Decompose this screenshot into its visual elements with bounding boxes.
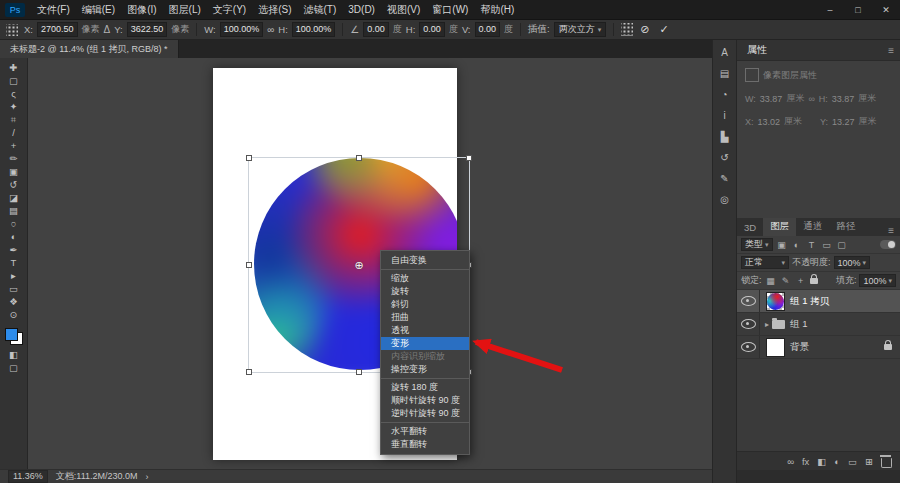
character-panel-icon[interactable]: A bbox=[716, 46, 734, 60]
brush-tool[interactable]: ✏ bbox=[2, 152, 26, 165]
notes-panel-icon[interactable]: ✎ bbox=[716, 172, 734, 186]
lock-transparency-icon[interactable]: ▦ bbox=[765, 276, 777, 286]
prop-h-value[interactable]: 33.87 bbox=[832, 94, 855, 104]
transform-center-point-icon[interactable]: ⊕ bbox=[354, 259, 363, 272]
context-menu-item-warp[interactable]: 变形 bbox=[381, 337, 469, 350]
transform-handle-n[interactable] bbox=[356, 155, 362, 161]
tab-properties[interactable]: 属性 bbox=[737, 43, 777, 57]
info-panel-icon[interactable]: i bbox=[716, 109, 734, 123]
menu-select[interactable]: 选择(S) bbox=[252, 0, 297, 20]
move-tool[interactable]: ✚ bbox=[2, 61, 26, 74]
crop-tool[interactable]: ⌗ bbox=[2, 113, 26, 126]
layer-name[interactable]: 组 1 bbox=[790, 318, 807, 331]
transform-handle-sw[interactable] bbox=[246, 369, 252, 375]
menu-layer[interactable]: 图层(L) bbox=[163, 0, 207, 20]
context-menu-item-perspective[interactable]: 透视 bbox=[381, 324, 469, 337]
tab-layers[interactable]: 图层 bbox=[763, 218, 796, 236]
transform-handle-w[interactable] bbox=[246, 262, 252, 268]
libraries-panel-icon[interactable]: ▤ bbox=[716, 67, 734, 81]
filter-type-layers-icon[interactable]: T bbox=[806, 240, 818, 250]
canvas-area[interactable]: ⊕ 自由变换 缩放 旋转 斜切 扭曲 透视 变形 内容识别缩放 操控变形 旋转 … bbox=[28, 58, 712, 469]
h-skew-input[interactable]: 0.00 bbox=[419, 22, 445, 37]
quick-mask-mode-button[interactable]: ◧ bbox=[2, 348, 26, 361]
height-scale-input[interactable]: 100.00% bbox=[292, 22, 336, 37]
group-expander-icon[interactable]: ▸ bbox=[765, 320, 769, 329]
context-menu-item-rotate-90-ccw[interactable]: 逆时针旋转 90 度 bbox=[381, 407, 469, 420]
blur-tool[interactable]: ○ bbox=[2, 217, 26, 230]
add-layer-mask-icon[interactable]: ◧ bbox=[817, 456, 826, 467]
fill-select[interactable]: 100% ▾ bbox=[859, 274, 896, 287]
lock-pixels-icon[interactable]: ✎ bbox=[780, 276, 792, 286]
y-position-input[interactable]: 3622.50 bbox=[127, 22, 168, 37]
path-selection-tool[interactable]: ▸ bbox=[2, 269, 26, 282]
context-menu-item-distort[interactable]: 扭曲 bbox=[381, 311, 469, 324]
transform-handle-s[interactable] bbox=[356, 369, 362, 375]
document-tab[interactable]: 未标题-2 @ 11.4% (组 1 拷贝, RGB/8) * bbox=[0, 40, 179, 58]
cancel-transform-button[interactable]: ⊘ bbox=[637, 23, 652, 36]
histogram-panel-icon[interactable]: ▙ bbox=[716, 130, 734, 144]
context-menu-item-flip-horizontal[interactable]: 水平翻转 bbox=[381, 425, 469, 438]
history-brush-tool[interactable]: ↺ bbox=[2, 178, 26, 191]
menu-filter[interactable]: 滤镜(T) bbox=[298, 0, 343, 20]
close-button[interactable]: ✕ bbox=[872, 0, 900, 20]
context-menu-item-flip-vertical[interactable]: 垂直翻转 bbox=[381, 438, 469, 451]
warp-mode-toggle-icon[interactable] bbox=[621, 23, 633, 36]
zoom-tool[interactable]: ⊙ bbox=[2, 308, 26, 321]
eraser-tool[interactable]: ◪ bbox=[2, 191, 26, 204]
reference-point-icon[interactable] bbox=[6, 24, 18, 36]
layer-thumbnail[interactable] bbox=[766, 292, 785, 311]
zoom-level-field[interactable]: 11.36% bbox=[8, 470, 48, 483]
filter-adjustment-layers-icon[interactable]: ◐ bbox=[791, 240, 803, 250]
dodge-tool[interactable]: ◐ bbox=[2, 230, 26, 243]
prop-w-value[interactable]: 33.87 bbox=[760, 94, 783, 104]
layer-row-group-1[interactable]: ▸ 组 1 bbox=[737, 313, 900, 336]
new-layer-icon[interactable]: ⊞ bbox=[865, 456, 873, 467]
width-scale-input[interactable]: 100.00% bbox=[220, 22, 264, 37]
v-skew-input[interactable]: 0.00 bbox=[475, 22, 501, 37]
adjustment-layer-icon[interactable]: ◐ bbox=[834, 456, 840, 467]
visibility-eye-icon[interactable] bbox=[741, 296, 756, 306]
context-menu-item-free-transform[interactable]: 自由变换 bbox=[381, 254, 469, 267]
menu-3d[interactable]: 3D(D) bbox=[342, 0, 381, 20]
status-flyout-chevron-icon[interactable]: › bbox=[146, 472, 149, 482]
layer-row-group-1-copy[interactable]: 组 1 拷贝 bbox=[737, 290, 900, 313]
context-menu-item-skew[interactable]: 斜切 bbox=[381, 298, 469, 311]
menu-file[interactable]: 文件(F) bbox=[31, 0, 76, 20]
context-menu-item-scale[interactable]: 缩放 bbox=[381, 272, 469, 285]
gradient-tool[interactable]: ▤ bbox=[2, 204, 26, 217]
minimize-button[interactable]: – bbox=[816, 0, 844, 20]
maximize-button[interactable]: □ bbox=[844, 0, 872, 20]
clone-stamp-tool[interactable]: ▣ bbox=[2, 165, 26, 178]
relative-position-icon[interactable]: Δ bbox=[104, 24, 111, 35]
rotate-angle-input[interactable]: 0.00 bbox=[363, 22, 389, 37]
lasso-tool[interactable]: ς bbox=[2, 87, 26, 100]
link-dimensions-icon[interactable]: ∞ bbox=[267, 24, 274, 35]
blend-mode-select[interactable]: 正常 ▾ bbox=[741, 256, 789, 269]
pen-tool[interactable]: ✒ bbox=[2, 243, 26, 256]
link-wh-icon[interactable]: ∞ bbox=[808, 94, 814, 104]
layer-filter-type-select[interactable]: 类型 ▾ bbox=[741, 238, 773, 251]
eyedropper-tool[interactable]: / bbox=[2, 126, 26, 139]
filter-shape-layers-icon[interactable]: ▭ bbox=[821, 240, 833, 250]
eye-cell[interactable] bbox=[737, 290, 760, 312]
screen-mode-button[interactable]: ▢ bbox=[2, 361, 26, 374]
context-menu-item-rotate-90-cw[interactable]: 顺时针旋转 90 度 bbox=[381, 394, 469, 407]
link-layers-icon[interactable]: ∞ bbox=[787, 456, 794, 467]
lock-all-icon[interactable] bbox=[810, 278, 818, 284]
foreground-color-swatch[interactable] bbox=[5, 328, 18, 341]
marquee-tool[interactable]: ▢ bbox=[2, 74, 26, 87]
visibility-eye-icon[interactable] bbox=[741, 319, 756, 329]
eye-cell[interactable] bbox=[737, 313, 760, 335]
context-menu-item-rotate-180[interactable]: 旋转 180 度 bbox=[381, 381, 469, 394]
type-tool[interactable]: T bbox=[2, 256, 26, 269]
panel-menu-icon[interactable]: ≡ bbox=[888, 45, 900, 56]
tab-paths[interactable]: 路径 bbox=[829, 218, 862, 236]
x-position-input[interactable]: 2700.50 bbox=[37, 22, 78, 37]
shape-tool[interactable]: ▭ bbox=[2, 282, 26, 295]
layer-name[interactable]: 背景 bbox=[790, 341, 809, 354]
quick-selection-tool[interactable]: ✦ bbox=[2, 100, 26, 113]
filter-pixel-layers-icon[interactable]: ▣ bbox=[776, 240, 788, 250]
context-menu-item-puppet-warp[interactable]: 操控变形 bbox=[381, 363, 469, 376]
layer-name[interactable]: 组 1 拷贝 bbox=[790, 295, 829, 308]
commit-transform-button[interactable]: ✓ bbox=[656, 23, 671, 36]
